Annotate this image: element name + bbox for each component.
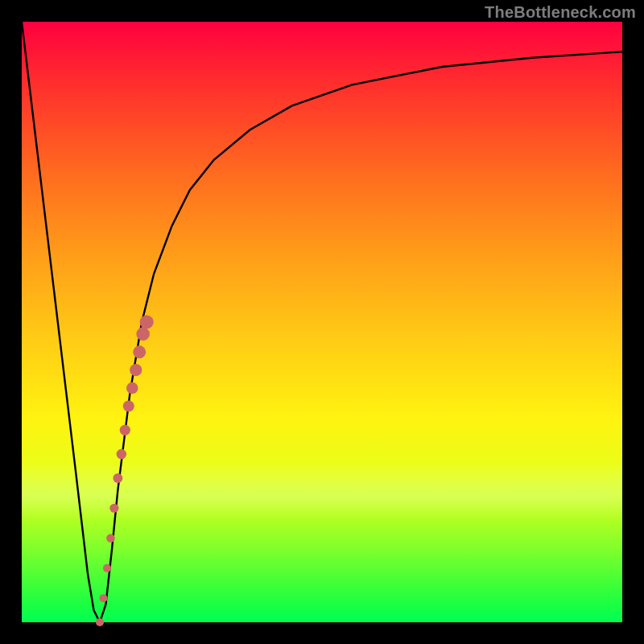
highlight-point: [99, 594, 107, 602]
highlight-point: [96, 618, 104, 626]
highlight-point: [140, 315, 154, 328]
bottleneck-curve: [22, 22, 622, 622]
highlight-point: [120, 425, 130, 436]
highlight-point: [113, 473, 122, 483]
chart-svg: [22, 22, 622, 622]
watermark-text: TheBottleneck.com: [485, 3, 636, 22]
highlight-point: [106, 534, 115, 543]
highlight-point: [130, 364, 142, 376]
chart-frame: TheBottleneck.com: [0, 0, 644, 644]
highlight-point: [109, 504, 118, 513]
highlight-point: [126, 382, 138, 394]
plot-area: [22, 22, 622, 622]
highlight-point: [136, 328, 150, 341]
highlight-point: [103, 564, 111, 572]
highlight-point: [133, 345, 146, 358]
highlight-point: [117, 449, 127, 460]
highlight-band: [22, 460, 622, 521]
highlight-series: [96, 315, 154, 626]
highlight-point: [123, 400, 134, 411]
